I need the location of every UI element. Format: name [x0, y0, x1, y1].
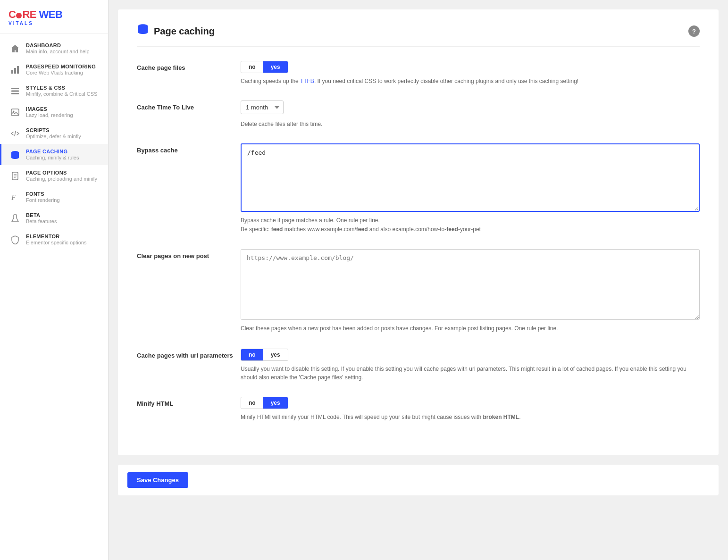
bypass-cache-textarea[interactable]: /feed	[241, 143, 700, 212]
sidebar-item-elementor[interactable]: ELEMENTOR Elementor specific options	[0, 229, 108, 250]
cache-url-params-control: no yes Usually you want to disable this …	[241, 349, 700, 382]
stack-icon	[10, 86, 20, 96]
clear-pages-label: Clear pages on new post	[137, 249, 241, 260]
sidebar-item-page-options-title: PAGE OPTIONS	[26, 170, 97, 176]
sidebar-item-page-caching-title: PAGE CACHING	[26, 149, 79, 154]
cache-url-params-desc: Usually you want to disable this setting…	[241, 365, 700, 382]
sidebar-item-page-options[interactable]: PAGE OPTIONS Caching, preloading and min…	[0, 165, 108, 186]
sidebar-item-styles[interactable]: STYLES & CSS Minfify, combine & Critical…	[0, 80, 108, 101]
shield-icon	[10, 234, 20, 245]
font-icon: F	[10, 192, 20, 202]
svg-rect-2	[17, 66, 19, 74]
sidebar-item-images-title: IMAGES	[26, 106, 73, 112]
svg-rect-5	[11, 93, 19, 94]
cache-page-files-toggle: no yes	[241, 61, 288, 73]
cache-page-files-no-btn[interactable]: no	[241, 61, 263, 73]
svg-rect-6	[11, 109, 19, 116]
cache-page-files-desc: Caching speeds up the TTFB. If you need …	[241, 77, 700, 85]
sidebar-item-fonts-subtitle: Font rendering	[26, 197, 60, 203]
sidebar-item-elementor-subtitle: Elementor specific options	[26, 240, 86, 245]
ttfb-link[interactable]: TTFB	[300, 78, 314, 84]
page-caching-icon	[137, 24, 149, 39]
sidebar-item-pagespeed-subtitle: Core Web Vtials tracking	[26, 70, 96, 75]
minify-html-row: Minify HTML no yes Minify HTMl will mini…	[137, 397, 700, 421]
cache-time-to-live-control: 1 hour 6 hours 12 hours 1 day 1 week 1 m…	[241, 100, 700, 128]
help-icon[interactable]: ?	[688, 25, 700, 37]
sidebar-item-images[interactable]: IMAGES Lazy load, rendering	[0, 101, 108, 123]
database-nav-icon	[10, 150, 20, 160]
cache-time-to-live-row: Cache Time To Live 1 hour 6 hours 12 hou…	[137, 100, 700, 128]
sidebar-item-dashboard-subtitle: Main info, account and help	[26, 49, 90, 54]
clear-pages-desc: Clear these pages when a new post has be…	[241, 324, 700, 333]
save-changes-button[interactable]: Save Changes	[127, 472, 188, 488]
bypass-cache-control: /feed Bypass cache if page matches a rul…	[241, 143, 700, 234]
page-header: Page caching ?	[137, 24, 700, 47]
sidebar-item-fonts[interactable]: F FONTS Font rendering	[0, 186, 108, 208]
image-icon	[10, 107, 20, 117]
sidebar-item-elementor-title: ELEMENTOR	[26, 234, 86, 239]
cache-page-files-row: Cache page files no yes Caching speeds u…	[137, 61, 700, 85]
clear-pages-row: Clear pages on new post Clear these page…	[137, 249, 700, 333]
cache-time-to-live-select[interactable]: 1 hour 6 hours 12 hours 1 day 1 week 1 m…	[241, 100, 284, 114]
bypass-cache-label: Bypass cache	[137, 143, 241, 155]
cache-url-params-label: Cache pages with url parameters	[137, 349, 241, 360]
sidebar: CRE WEB VITALS DASHBOARD Main info, acco…	[0, 0, 109, 560]
cache-page-files-control: no yes Caching speeds up the TTFB. If yo…	[241, 61, 700, 85]
sidebar-item-styles-subtitle: Minfify, combine & Critical CSS	[26, 91, 97, 97]
code-icon	[10, 128, 20, 139]
minify-html-toggle: no yes	[241, 397, 288, 409]
sidebar-item-beta-subtitle: Beta features	[26, 218, 57, 224]
clear-pages-control: Clear these pages when a new post has be…	[241, 249, 700, 333]
document-icon	[10, 171, 20, 181]
sidebar-item-scripts-title: SCRIPTS	[26, 127, 81, 133]
chart-icon	[10, 65, 20, 75]
sidebar-item-scripts-subtitle: Optimize, defer & minfiy	[26, 134, 81, 139]
sidebar-nav: DASHBOARD Main info, account and help PA…	[0, 34, 108, 254]
svg-text:F: F	[11, 193, 16, 201]
minify-html-yes-btn[interactable]: yes	[263, 397, 288, 409]
sidebar-item-dashboard[interactable]: DASHBOARD Main info, account and help	[0, 38, 108, 59]
sidebar-item-images-subtitle: Lazy load, rendering	[26, 112, 73, 118]
minify-html-label: Minify HTML	[137, 397, 241, 408]
sidebar-item-beta[interactable]: BETA Beta features	[0, 208, 108, 229]
logo: CRE WEB VITALS	[0, 0, 108, 34]
save-area: Save Changes	[118, 465, 719, 495]
cache-url-params-yes-btn[interactable]: yes	[263, 349, 288, 360]
sidebar-item-pagespeed[interactable]: PAGESPEED MONITORING Core Web Vtials tra…	[0, 59, 108, 80]
sidebar-item-page-caching[interactable]: PAGE CACHING Caching, minify & rules	[0, 144, 108, 165]
svg-rect-1	[14, 68, 16, 74]
sidebar-item-dashboard-title: DASHBOARD	[26, 42, 90, 48]
minify-html-desc: Minify HTMl will minify your HTML code. …	[241, 413, 700, 421]
page-title-wrap: Page caching	[137, 24, 215, 39]
cache-url-params-no-btn[interactable]: no	[241, 349, 263, 360]
sidebar-item-page-options-subtitle: Caching, preloading and minify	[26, 176, 97, 182]
sidebar-item-scripts[interactable]: SCRIPTS Optimize, defer & minfiy	[0, 123, 108, 144]
flask-icon	[10, 213, 20, 224]
bypass-cache-desc: Bypass cache if page matches a rule. One…	[241, 216, 700, 234]
cache-time-to-live-desc: Delete cache files after this time.	[241, 120, 700, 128]
minify-html-control: no yes Minify HTMl will minify your HTML…	[241, 397, 700, 421]
sidebar-item-styles-title: STYLES & CSS	[26, 85, 97, 91]
clear-pages-textarea[interactable]	[241, 249, 700, 320]
content-card: Page caching ? Cache page files no yes C…	[118, 9, 719, 455]
svg-rect-4	[11, 90, 19, 92]
sidebar-item-page-caching-subtitle: Caching, minify & rules	[26, 155, 79, 160]
home-icon	[10, 43, 20, 54]
minify-html-no-btn[interactable]: no	[241, 397, 263, 409]
svg-rect-3	[11, 88, 19, 89]
page-title: Page caching	[154, 26, 215, 37]
svg-rect-0	[11, 70, 13, 74]
logo-vitals: VITALS	[8, 21, 100, 26]
cache-page-files-yes-btn[interactable]: yes	[263, 61, 288, 73]
cache-url-params-row: Cache pages with url parameters no yes U…	[137, 349, 700, 382]
cache-time-to-live-label: Cache Time To Live	[137, 100, 241, 112]
sidebar-item-fonts-title: FONTS	[26, 191, 60, 197]
main-content: Page caching ? Cache page files no yes C…	[109, 0, 728, 560]
sidebar-item-beta-title: BETA	[26, 212, 57, 218]
cache-page-files-label: Cache page files	[137, 61, 241, 72]
cache-url-params-toggle: no yes	[241, 349, 288, 361]
sidebar-item-pagespeed-title: PAGESPEED MONITORING	[26, 64, 96, 69]
bypass-cache-row: Bypass cache /feed Bypass cache if page …	[137, 143, 700, 234]
